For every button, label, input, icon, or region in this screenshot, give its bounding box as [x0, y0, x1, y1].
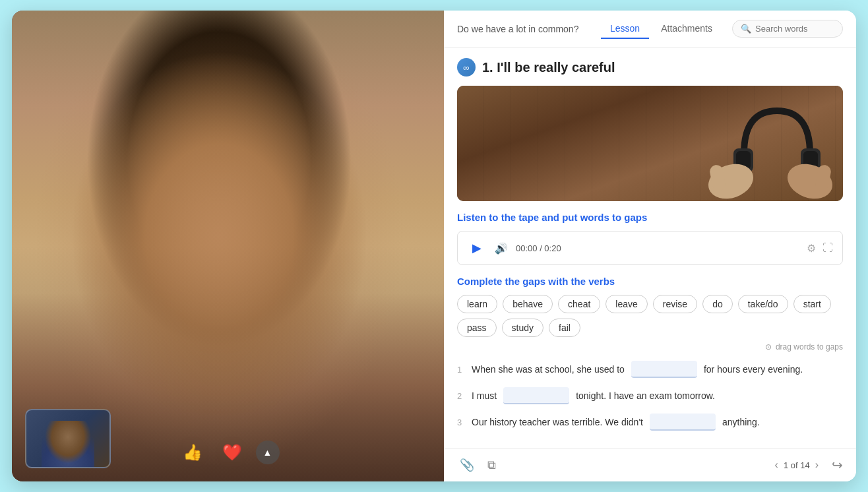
sentence-num-3: 3	[457, 417, 468, 427]
settings-icon: ⚙	[807, 243, 816, 254]
lesson-title: 1. I'll be really careful	[482, 60, 615, 75]
app-container: 👍 ❤️ ▲ Do we have a lot in common? Lesso…	[12, 11, 856, 481]
sentence-after-1: for hours every evening.	[704, 364, 803, 375]
small-person-silhouette	[42, 421, 94, 467]
drag-hint-text: drag words to gaps	[776, 342, 843, 352]
sentence-row-1: 1 When she was at school, she used to fo…	[457, 361, 843, 378]
infinity-icon: ∞	[463, 63, 469, 73]
lesson-icon: ∞	[457, 58, 476, 77]
sentence-after-3: anything.	[722, 417, 760, 427]
sentence-before-2: I must	[472, 390, 497, 401]
search-input[interactable]	[755, 24, 834, 34]
fill-blank-1[interactable]	[631, 361, 697, 378]
search-icon: 🔍	[741, 24, 751, 34]
fill-blank-2[interactable]	[503, 387, 569, 404]
lesson-image	[457, 86, 843, 201]
player-right-controls: ⚙ ⛶	[807, 242, 833, 255]
chip-pass[interactable]: pass	[457, 319, 497, 337]
heart-icon: ❤️	[222, 443, 242, 462]
exit-icon: ↪	[832, 458, 843, 472]
play-icon: ▶	[472, 241, 481, 255]
lesson-panel: Do we have a lot in common? Lesson Attac…	[444, 11, 856, 481]
chevron-up-icon: ▲	[263, 447, 272, 458]
copy-icon: ⧉	[487, 458, 496, 472]
attach-button[interactable]: 📎	[457, 455, 477, 475]
chevron-left-icon: ‹	[775, 459, 778, 470]
panel-content: ∞ 1. I'll be really careful	[444, 47, 856, 448]
next-page-button[interactable]: ›	[815, 459, 819, 471]
sentence-num-2: 2	[457, 391, 468, 401]
lesson-heading: ∞ 1. I'll be really careful	[457, 58, 843, 77]
pagination-text: 1 of 14	[784, 460, 810, 470]
lesson-subtitle: Do we have a lot in common?	[457, 24, 578, 34]
fill-blank-3[interactable]	[650, 414, 716, 431]
sentence-after-2: tonight. I have an exam tomorrow.	[576, 390, 715, 401]
tab-lesson[interactable]: Lesson	[601, 19, 649, 39]
sentence-row-2: 2 I must tonight. I have an exam tomorro…	[457, 387, 843, 404]
sentence-before-3: Our history teacher was terrible. We did…	[472, 417, 643, 427]
hands-svg	[698, 109, 843, 201]
play-button[interactable]: ▶	[467, 238, 487, 258]
tab-attachments[interactable]: Attachments	[652, 19, 722, 39]
chip-study[interactable]: study	[502, 319, 543, 337]
prev-page-button[interactable]: ‹	[775, 459, 778, 471]
chevron-up-button[interactable]: ▲	[256, 441, 280, 464]
chip-takedo[interactable]: take/do	[738, 295, 788, 313]
chip-behave[interactable]: behave	[503, 295, 553, 313]
chip-start[interactable]: start	[793, 295, 831, 313]
thumbs-up-icon: 👍	[183, 443, 202, 462]
search-box[interactable]: 🔍	[732, 20, 843, 38]
word-chips-container: learn behave cheat leave revise do take/…	[457, 295, 843, 313]
listen-instruction: Listen to the tape and put words to gaps	[457, 212, 843, 223]
complete-section-title: Complete the gaps with the verbs	[457, 276, 843, 287]
settings-button[interactable]: ⚙	[807, 242, 816, 255]
fullscreen-button[interactable]: ⛶	[822, 242, 833, 255]
volume-button[interactable]: 🔊	[495, 242, 508, 255]
sentences-container: 1 When she was at school, she used to fo…	[457, 361, 843, 431]
sentence-before-1: When she was at school, she used to	[472, 364, 625, 375]
drag-icon: ⊙	[765, 342, 772, 352]
chip-fail[interactable]: fail	[549, 319, 580, 337]
drag-hint: ⊙ drag words to gaps	[457, 342, 843, 352]
small-video-thumbnail	[25, 409, 111, 468]
time-display: 00:00 / 0:20	[516, 243, 799, 253]
video-panel: 👍 ❤️ ▲	[12, 11, 444, 481]
panel-footer: 📎 ⧉ ‹ 1 of 14 › ↪	[444, 448, 856, 481]
thumbs-up-button[interactable]: 👍	[177, 437, 208, 468]
panel-header: Do we have a lot in common? Lesson Attac…	[444, 11, 856, 47]
pagination: ‹ 1 of 14 ›	[775, 459, 819, 471]
exit-button[interactable]: ↪	[832, 457, 843, 473]
chip-learn[interactable]: learn	[457, 295, 497, 313]
chip-do[interactable]: do	[702, 295, 733, 313]
word-chips-row2: pass study fail	[457, 319, 843, 337]
chevron-right-icon: ›	[815, 459, 819, 470]
copy-button[interactable]: ⧉	[485, 456, 499, 475]
volume-icon: 🔊	[495, 243, 508, 254]
tab-bar: Lesson Attachments	[601, 19, 722, 39]
chip-cheat[interactable]: cheat	[558, 295, 600, 313]
screen-icon: ⛶	[822, 242, 833, 253]
chip-leave[interactable]: leave	[605, 295, 647, 313]
audio-player[interactable]: ▶ 🔊 00:00 / 0:20 ⚙ ⛶	[457, 231, 843, 265]
heart-button[interactable]: ❤️	[216, 437, 248, 468]
video-controls: 👍 ❤️ ▲	[177, 437, 280, 468]
chip-revise[interactable]: revise	[653, 295, 697, 313]
sentence-row-3: 3 Our history teacher was terrible. We d…	[457, 414, 843, 431]
attach-icon: 📎	[460, 458, 474, 472]
sentence-num-1: 1	[457, 365, 468, 375]
